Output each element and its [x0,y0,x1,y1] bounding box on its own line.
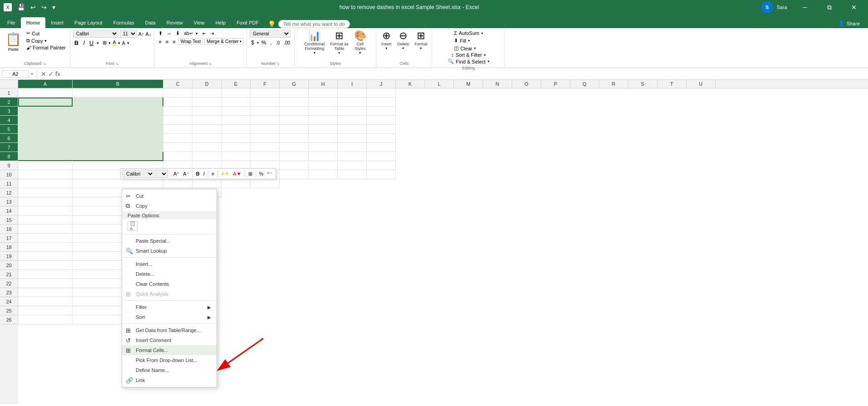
cell-a18[interactable] [18,243,73,252]
cell-b2[interactable] [73,98,163,107]
clear-button[interactable]: ◫ Clear ▾ [453,45,477,52]
cell-a21[interactable] [18,270,73,279]
cell-a24[interactable] [18,297,73,306]
accounting-dropdown[interactable]: ▾ [257,41,259,45]
cell-j3[interactable] [367,107,396,116]
cell-g8[interactable] [280,152,309,161]
cell-a8[interactable] [18,152,73,161]
ctx-cut[interactable]: ✂ Cut [122,191,217,201]
col-header-u[interactable]: U [686,80,715,88]
ctx-insert-comment[interactable]: ↺ Insert Comment [122,335,217,345]
cell-g7[interactable] [280,143,309,152]
font-shrink-button[interactable]: A↓ [146,31,152,37]
cell-d1[interactable] [192,88,222,98]
cell-styles-dropdown[interactable]: ▾ [359,51,361,55]
indent-decrease-button[interactable]: ⇤ [201,30,207,36]
cell-b11[interactable] [73,179,163,188]
merge-center-button[interactable]: Merge & Center ▾ [204,38,244,45]
cut-button[interactable]: ✂ Cut [25,30,67,37]
mini-toolbar-bold-button[interactable]: B [195,171,201,177]
cell-c4[interactable] [163,116,192,125]
format-as-table-button[interactable]: ⊞ Format asTable ▾ [328,30,350,56]
row-num-21[interactable]: 21 [0,270,18,279]
ctx-paste-icon-a[interactable]: 📋A [128,221,138,231]
insert-cells-button[interactable]: ⊕ Insert ▾ [379,30,394,51]
cell-a6[interactable] [18,134,73,143]
cell-b6[interactable] [73,134,163,143]
col-header-t[interactable]: T [657,80,686,88]
border-dropdown[interactable]: ▾ [108,41,111,45]
cell-b4[interactable] [73,116,163,125]
fill-button[interactable]: ⬇ Fill ▾ [453,37,471,44]
tab-page-layout[interactable]: Page Layout [69,17,108,28]
fill-color-button[interactable]: A [113,39,116,46]
ctx-link[interactable]: 🔗 Link [122,375,217,385]
mini-toolbar-comma-button[interactable]: ⁺⁻ [266,171,274,177]
align-middle-button[interactable]: ↔ [165,30,173,37]
alignment-expand-icon[interactable]: ↘ [208,62,212,66]
cell-j1[interactable] [367,88,396,98]
row-num-15[interactable]: 15 [0,215,18,225]
cell-a19[interactable] [18,252,73,261]
ctx-smart-lookup[interactable]: 🔍 Smart Lookup [122,246,217,256]
underline-dropdown[interactable]: ▾ [97,41,99,45]
row-num-10[interactable]: 10 [0,170,18,179]
customize-button[interactable]: ▾ [50,3,57,12]
cell-h5[interactable] [309,125,338,134]
user-avatar[interactable]: S [761,1,773,13]
cell-a2[interactable] [18,98,73,107]
cell-j6[interactable] [367,134,396,143]
cell-j9[interactable] [367,161,396,170]
col-header-k[interactable]: K [396,80,425,88]
insert-function-icon[interactable]: fx [55,70,60,78]
cell-d2[interactable] [192,98,222,107]
close-button[interactable]: ✕ [843,0,864,15]
row-num-22[interactable]: 22 [0,279,18,288]
format-cells-button[interactable]: ⊞ Format ▾ [413,30,429,51]
row-num-17[interactable]: 17 [0,234,18,243]
cell-styles-button[interactable]: 🎨 CellStyles ▾ [352,30,368,56]
cell-f1[interactable] [251,88,280,98]
percent-button[interactable]: % [260,39,268,46]
cell-e2[interactable] [222,98,251,107]
cell-b5[interactable] [73,125,163,134]
cell-h3[interactable] [309,107,338,116]
cell-d7[interactable] [192,143,222,152]
cell-a25[interactable] [18,306,73,315]
cell-i3[interactable] [338,107,367,116]
cell-h9[interactable] [309,161,338,170]
cell-c5[interactable] [163,125,192,134]
cell-i1[interactable] [338,88,367,98]
col-header-q[interactable]: Q [570,80,599,88]
row-num-14[interactable]: 14 [0,206,18,215]
accounting-button[interactable]: $ [250,39,256,46]
fill-color-dropdown[interactable]: ▾ [118,41,120,45]
tab-view[interactable]: View [188,17,210,28]
format-dropdown[interactable]: ▾ [420,46,422,50]
cell-e11[interactable] [222,179,251,188]
cell-f11[interactable] [251,179,280,188]
autosum-dropdown[interactable]: ▾ [481,31,483,35]
ctx-delete[interactable]: Delete... [122,269,217,279]
cell-f4[interactable] [251,116,280,125]
cell-f5[interactable] [251,125,280,134]
row-num-7[interactable]: 7 [0,143,18,152]
ctx-sort[interactable]: Sort ▶ [122,312,217,322]
cell-g9[interactable] [280,161,309,170]
cell-a7[interactable] [18,143,73,152]
cell-d8[interactable] [192,152,222,161]
row-num-2[interactable]: 2 [0,98,18,107]
col-header-l[interactable]: L [425,80,454,88]
col-header-b[interactable]: B [73,80,163,88]
mini-toolbar-shrink-button[interactable]: A⁻ [182,171,190,177]
cell-h4[interactable] [309,116,338,125]
cell-e7[interactable] [222,143,251,152]
cell-a17[interactable] [18,234,73,243]
delete-dropdown[interactable]: ▾ [402,46,404,50]
col-header-e[interactable]: E [222,80,251,88]
mini-toolbar-border-button[interactable]: ⊞ [247,171,254,177]
col-header-a[interactable]: A [18,80,73,88]
ctx-filter[interactable]: Filter ▶ [122,302,217,312]
cell-g6[interactable] [280,134,309,143]
italic-button[interactable]: I [82,39,86,47]
